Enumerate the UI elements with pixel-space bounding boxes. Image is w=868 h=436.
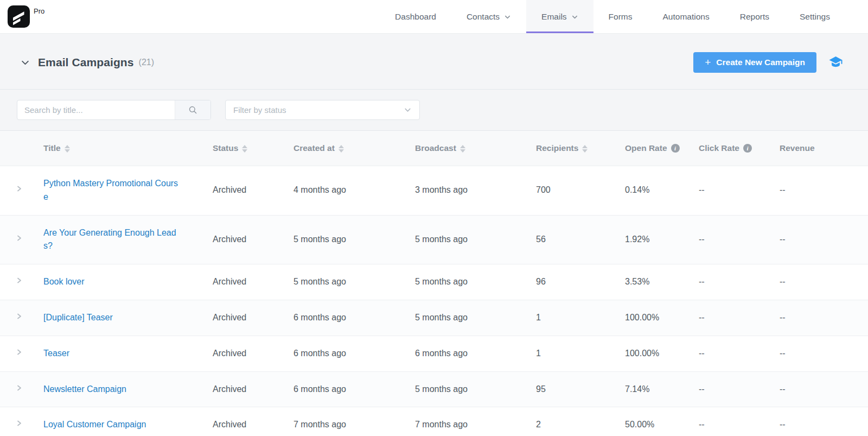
- column-label: Open Rate: [625, 143, 667, 153]
- cell-click_rate: --: [699, 371, 780, 407]
- column-header-title[interactable]: Title: [43, 131, 213, 166]
- page-header: Email Campaigns (21) + Create New Campai…: [0, 34, 868, 90]
- nav-item-automations[interactable]: Automations: [648, 0, 725, 33]
- column-label: Broadcast: [415, 143, 456, 153]
- table-row: Loyal Customer CampaignArchived7 months …: [0, 407, 868, 436]
- cell-open_rate: 100.00%: [625, 300, 699, 336]
- chevron-down-icon: [571, 14, 578, 21]
- table-row: Python Mastery Promotional CourseArchive…: [0, 166, 868, 216]
- campaign-title-link[interactable]: Are Your Generating Enough Leads?: [43, 226, 180, 254]
- cell-revenue: --: [780, 371, 868, 407]
- cell-created_at: 6 months ago: [293, 300, 415, 336]
- search-group: [17, 100, 211, 120]
- collapse-chevron-icon[interactable]: [21, 58, 30, 67]
- search-button[interactable]: [175, 100, 210, 119]
- expand-row-button[interactable]: [16, 419, 22, 427]
- brand: Pro: [8, 0, 44, 33]
- nav-item-dashboard[interactable]: Dashboard: [380, 0, 451, 33]
- info-icon[interactable]: i: [671, 144, 680, 153]
- campaign-title-link[interactable]: Loyal Customer Campaign: [43, 418, 146, 432]
- table-head: TitleStatusCreated atBroadcastRecipients…: [0, 131, 868, 166]
- create-new-campaign-button[interactable]: + Create New Campaign: [693, 52, 816, 73]
- column-label: Created at: [293, 143, 335, 153]
- cell-open_rate: 1.92%: [625, 215, 699, 264]
- column-header-open-rate: Open Ratei: [625, 131, 699, 166]
- nav-item-label: Emails: [541, 12, 567, 22]
- cell-status: Archived: [213, 264, 293, 300]
- column-header-status[interactable]: Status: [213, 131, 293, 166]
- expand-row-button[interactable]: [16, 234, 22, 242]
- table-row: [Duplicate] TeaserArchived6 months ago5 …: [0, 300, 868, 336]
- campaign-title-link[interactable]: Newsletter Campaign: [43, 383, 126, 396]
- campaign-title-link[interactable]: Teaser: [43, 347, 69, 361]
- campaign-title-link[interactable]: [Duplicate] Teaser: [43, 311, 113, 325]
- cell-open_rate: 50.00%: [625, 407, 699, 436]
- fluentcrm-logo[interactable]: [8, 5, 30, 28]
- cell-recipients: 1: [536, 300, 625, 336]
- cell-broadcast: 3 months ago: [415, 166, 536, 216]
- pro-badge: Pro: [34, 7, 44, 15]
- top-navbar: Pro DashboardContactsEmailsFormsAutomati…: [0, 0, 868, 34]
- cell-revenue: --: [780, 264, 868, 300]
- cell-open_rate: 3.53%: [625, 264, 699, 300]
- cell-recipients: 56: [536, 215, 625, 264]
- sort-icon[interactable]: [65, 145, 70, 153]
- status-filter-select[interactable]: Filter by status: [225, 100, 420, 120]
- cell-status: Archived: [213, 336, 293, 371]
- column-label: Title: [43, 143, 61, 153]
- nav-item-emails[interactable]: Emails: [526, 0, 593, 33]
- nav-item-forms[interactable]: Forms: [593, 0, 648, 33]
- cell-created_at: 5 months ago: [293, 215, 415, 264]
- sort-icon[interactable]: [339, 145, 344, 153]
- plus-icon: +: [705, 57, 711, 67]
- nav-item-label: Dashboard: [395, 12, 436, 22]
- filter-bar: Filter by status: [0, 90, 868, 131]
- nav-item-label: Settings: [800, 12, 830, 22]
- column-header-created-at[interactable]: Created at: [293, 131, 415, 166]
- search-input[interactable]: [17, 100, 175, 119]
- expand-row-button[interactable]: [16, 276, 22, 285]
- cell-status: Archived: [213, 300, 293, 336]
- nav-item-settings[interactable]: Settings: [784, 0, 845, 33]
- chevron-down-icon: [504, 14, 511, 21]
- sort-icon[interactable]: [582, 145, 588, 153]
- column-label: Revenue: [780, 143, 815, 153]
- cell-status: Archived: [213, 215, 293, 264]
- nav-item-reports[interactable]: Reports: [725, 0, 784, 33]
- column-header-click-rate: Click Ratei: [699, 131, 780, 166]
- nav-item-label: Reports: [740, 12, 769, 22]
- expand-row-button[interactable]: [16, 312, 22, 320]
- cell-status: Archived: [213, 407, 293, 436]
- column-header-recipients[interactable]: Recipients: [536, 131, 625, 166]
- info-icon[interactable]: i: [743, 144, 752, 153]
- sort-icon[interactable]: [242, 145, 247, 153]
- nav-item-contacts[interactable]: Contacts: [451, 0, 526, 33]
- cell-recipients: 96: [536, 264, 625, 300]
- cell-recipients: 2: [536, 407, 625, 436]
- table-row: TeaserArchived6 months ago6 months ago11…: [0, 336, 868, 371]
- column-header-expand: [0, 131, 43, 166]
- campaign-title-link[interactable]: Book lover: [43, 275, 85, 289]
- campaign-title-link[interactable]: Python Mastery Promotional Course: [43, 177, 180, 204]
- sort-icon[interactable]: [460, 145, 465, 153]
- cell-click_rate: --: [699, 336, 780, 371]
- search-icon: [188, 105, 197, 115]
- graduation-cap-icon[interactable]: [828, 56, 843, 69]
- nav-item-label: Automations: [663, 12, 710, 22]
- expand-row-button[interactable]: [16, 384, 22, 392]
- cell-broadcast: 7 months ago: [415, 407, 536, 436]
- expand-row-button[interactable]: [16, 185, 22, 193]
- cell-open_rate: 0.14%: [625, 166, 699, 216]
- cell-created_at: 4 months ago: [293, 166, 415, 216]
- cell-open_rate: 7.14%: [625, 371, 699, 407]
- cell-created_at: 6 months ago: [293, 336, 415, 371]
- expand-row-button[interactable]: [16, 348, 22, 356]
- campaign-count: (21): [139, 58, 154, 67]
- cell-broadcast: 6 months ago: [415, 336, 536, 371]
- cell-click_rate: --: [699, 300, 780, 336]
- cell-recipients: 95: [536, 371, 625, 407]
- table-row: Book loverArchived5 months ago5 months a…: [0, 264, 868, 300]
- cell-revenue: --: [780, 407, 868, 436]
- column-header-broadcast[interactable]: Broadcast: [415, 131, 536, 166]
- header-actions: + Create New Campaign: [693, 52, 843, 73]
